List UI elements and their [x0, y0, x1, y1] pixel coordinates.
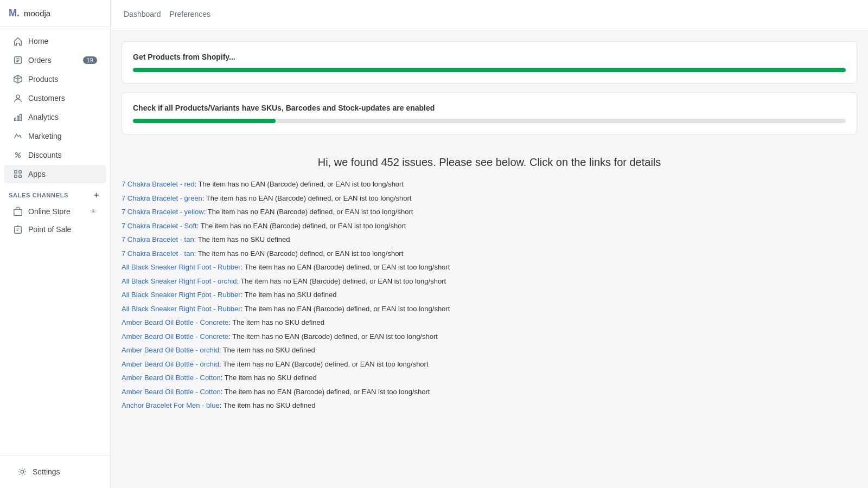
products-icon	[13, 74, 23, 84]
svg-rect-4	[20, 114, 22, 121]
main-header: DashboardPreferences	[111, 0, 868, 30]
issue-description: : The item has no SKU defined	[194, 235, 290, 243]
issue-link[interactable]: All Black Sneaker Right Foot - Rubber	[122, 263, 241, 271]
home-icon	[13, 36, 23, 46]
sidebar-item-settings[interactable]: Settings	[9, 463, 101, 481]
sidebar-item-marketing[interactable]: Marketing	[4, 127, 106, 145]
issue-link[interactable]: Amber Beard Oil Bottle - Cotton	[122, 374, 221, 382]
sales-channel-label-point-of-sale: Point of Sale	[28, 225, 71, 234]
add-sales-channel-icon[interactable]: +	[92, 190, 101, 200]
issue-link[interactable]: Amber Beard Oil Bottle - orchid	[122, 346, 219, 354]
issue-link[interactable]: 7 Chakra Bracelet - green	[122, 194, 202, 202]
sidebar-item-discounts[interactable]: Discounts	[4, 146, 106, 164]
sidebar-item-online-store[interactable]: Online Store 👁	[4, 203, 106, 220]
main-content-area: DashboardPreferences Get Products from S…	[111, 0, 868, 488]
list-item: Amber Beard Oil Bottle - Concrete: The i…	[122, 316, 857, 330]
svg-rect-8	[19, 171, 22, 174]
tab-preferences[interactable]: Preferences	[168, 0, 213, 30]
section1-title: Get Products from Shopify...	[133, 53, 846, 61]
issue-link[interactable]: Amber Beard Oil Bottle - Concrete	[122, 318, 228, 326]
sidebar: M. moodja Home Orders 19 Products Custom…	[0, 0, 111, 488]
sales-channels-section-label: SALES CHANNELS +	[0, 184, 110, 202]
logo-name: moodja	[24, 9, 50, 18]
issue-link[interactable]: All Black Sneaker Right Foot - Rubber	[122, 291, 241, 299]
list-item: Anchor Bracelet For Men - blue: The item…	[122, 399, 857, 413]
sidebar-item-home[interactable]: Home	[4, 32, 106, 50]
sidebar-item-point-of-sale[interactable]: Point of Sale	[4, 221, 106, 238]
issue-description: : The item has no SKU defined	[220, 401, 316, 409]
tab-dashboard[interactable]: Dashboard	[122, 0, 163, 30]
apps-icon	[13, 169, 23, 179]
eye-icon-online-store[interactable]: 👁	[90, 208, 97, 216]
point-of-sale-icon	[13, 224, 23, 234]
issue-link[interactable]: All Black Sneaker Right Foot - orchid	[122, 277, 237, 285]
issue-description: : The item has no EAN (Barcode) defined,…	[228, 332, 438, 341]
issue-description: : The item has no EAN (Barcode) defined,…	[241, 263, 450, 271]
issue-description: : The item has no EAN (Barcode) defined,…	[194, 249, 404, 258]
sidebar-item-label-products: Products	[28, 75, 58, 84]
issues-list: 7 Chakra Bracelet - red: The item has no…	[122, 177, 857, 413]
issue-link[interactable]: 7 Chakra Bracelet - red	[122, 180, 194, 188]
svg-point-1	[16, 95, 20, 98]
svg-point-6	[18, 156, 21, 158]
issue-link[interactable]: Amber Beard Oil Bottle - Cotton	[122, 388, 221, 396]
sidebar-item-customers[interactable]: Customers	[4, 89, 106, 107]
sidebar-item-label-discounts: Discounts	[28, 151, 61, 159]
logo-letter: M.	[9, 8, 20, 19]
orders-icon	[13, 55, 23, 65]
sidebar-item-apps[interactable]: Apps	[4, 165, 106, 183]
issue-description: : The item has no EAN (Barcode) defined,…	[202, 194, 412, 202]
issue-link[interactable]: Amber Beard Oil Bottle - orchid	[122, 360, 219, 368]
issue-description: : The item has no EAN (Barcode) defined,…	[219, 360, 429, 368]
sidebar-item-analytics[interactable]: Analytics	[4, 108, 106, 126]
issue-link[interactable]: Anchor Bracelet For Men - blue	[122, 401, 220, 409]
badge-orders: 19	[83, 56, 97, 64]
svg-rect-2	[15, 118, 16, 121]
section-get-products: Get Products from Shopify...	[122, 41, 857, 84]
issue-link[interactable]: All Black Sneaker Right Foot - Rubber	[122, 305, 241, 313]
issue-description: : The item has no EAN (Barcode) defined,…	[241, 305, 450, 313]
svg-point-5	[16, 153, 18, 155]
sidebar-item-label-analytics: Analytics	[28, 113, 59, 121]
sidebar-nav: Home Orders 19 Products Customers Analyt…	[0, 27, 110, 455]
list-item: Amber Beard Oil Bottle - Concrete: The i…	[122, 330, 857, 344]
list-item: Amber Beard Oil Bottle - Cotton: The ite…	[122, 371, 857, 385]
issue-link[interactable]: 7 Chakra Bracelet - tan	[122, 235, 194, 243]
list-item: All Black Sneaker Right Foot - Rubber: T…	[122, 288, 857, 302]
section2-progress-bar	[133, 119, 846, 123]
sidebar-footer: Settings	[0, 455, 110, 488]
list-item: 7 Chakra Bracelet - green: The item has …	[122, 191, 857, 206]
list-item: 7 Chakra Bracelet - Soft: The item has n…	[122, 219, 857, 233]
list-item: Amber Beard Oil Bottle - orchid: The ite…	[122, 357, 857, 371]
marketing-icon	[13, 131, 23, 141]
sidebar-item-products[interactable]: Products	[4, 70, 106, 88]
issue-link[interactable]: 7 Chakra Bracelet - Soft	[122, 222, 197, 230]
issue-link[interactable]: 7 Chakra Bracelet - tan	[122, 249, 194, 258]
issue-description: : The item has no EAN (Barcode) defined,…	[237, 277, 446, 285]
online-store-icon	[13, 207, 23, 216]
list-item: All Black Sneaker Right Foot - orchid: T…	[122, 274, 857, 288]
sidebar-item-label-apps: Apps	[28, 170, 46, 178]
issue-description: : The item has no SKU defined	[221, 374, 317, 382]
list-item: Amber Beard Oil Bottle - Cotton: The ite…	[122, 385, 857, 399]
issue-link[interactable]: Amber Beard Oil Bottle - Concrete	[122, 332, 228, 341]
list-item: All Black Sneaker Right Foot - Rubber: T…	[122, 302, 857, 316]
analytics-icon	[13, 112, 23, 122]
list-item: 7 Chakra Bracelet - tan: The item has no…	[122, 247, 857, 261]
issue-description: : The item has no EAN (Barcode) defined,…	[194, 180, 404, 188]
section2-title: Check if all Products/Variants have SKUs…	[133, 104, 846, 112]
issue-link[interactable]: 7 Chakra Bracelet - yellow	[122, 208, 204, 216]
list-item: All Black Sneaker Right Foot - Rubber: T…	[122, 260, 857, 274]
svg-point-13	[21, 470, 23, 473]
sidebar-item-label-home: Home	[28, 37, 48, 46]
settings-label: Settings	[33, 467, 60, 476]
app-logo: M. moodja	[0, 0, 110, 27]
svg-rect-7	[15, 171, 17, 174]
svg-rect-10	[19, 175, 22, 178]
section1-progress-bar	[133, 68, 846, 72]
section2-progress-fill	[133, 119, 276, 123]
sidebar-item-orders[interactable]: Orders 19	[4, 51, 106, 69]
list-item: Amber Beard Oil Bottle - orchid: The ite…	[122, 343, 857, 357]
svg-rect-11	[14, 209, 22, 215]
sidebar-item-label-customers: Customers	[28, 94, 65, 102]
